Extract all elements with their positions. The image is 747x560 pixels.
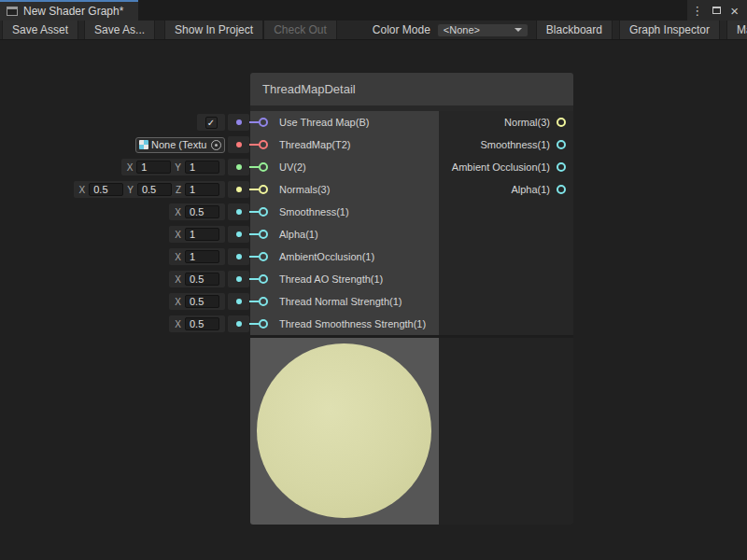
vector2-field-box: X 1 Y 1 [121,159,225,175]
input-port[interactable] [259,162,268,172]
number-field[interactable]: 1 [185,228,219,241]
port-dot-box [228,271,249,287]
number-field[interactable]: 0.5 [185,295,219,308]
window-controls: ⋮ × [687,0,747,21]
port-dot [236,321,242,327]
widget-group-threadmap: None (Textu [135,136,249,153]
number-field[interactable]: 1 [136,161,171,174]
preview-viewport[interactable] [250,338,439,525]
input-port[interactable] [259,319,268,329]
save-asset-button[interactable]: Save Asset [2,21,78,39]
node-title[interactable]: ThreadMapDetail [250,73,573,105]
vector1-field-box: X 0.5 [169,315,225,332]
number-field[interactable]: 1 [185,250,219,263]
port-dot [236,209,242,215]
number-field[interactable]: 0.5 [185,205,219,218]
checkbox-box: ✓ [197,114,225,131]
graph-canvas[interactable]: ThreadMapDetail Use Thread Map(B) Thread… [0,40,747,560]
port-dot [236,231,242,237]
number-field[interactable]: 0.5 [185,317,219,330]
input-port[interactable] [259,140,268,149]
axis-label: X [175,297,181,307]
port-dot [236,187,242,192]
input-port[interactable] [259,185,268,194]
widget-group-use-thread-map: ✓ [197,114,249,131]
number-field[interactable]: 1 [185,161,219,174]
input-label: Thread Normal Strength(1) [279,296,402,307]
save-as-button[interactable]: Save As... [84,21,155,39]
input-port[interactable] [259,274,268,284]
axis-label: X [79,185,86,195]
input-port[interactable] [259,118,268,127]
input-port[interactable] [259,207,268,217]
input-port[interactable] [259,297,268,306]
number-field[interactable]: 1 [185,183,219,196]
output-port[interactable] [557,140,566,149]
input-label: Alpha(1) [279,229,318,240]
output-port[interactable] [557,118,566,127]
use-thread-map-checkbox[interactable]: ✓ [205,117,218,129]
input-label: Use Thread Map(B) [279,117,369,128]
shader-graph-icon [7,7,18,16]
color-mode-label: Color Mode [373,23,430,36]
more-menu-icon[interactable]: ⋮ [691,5,703,17]
vector1-field-box: X 0.5 [169,271,225,287]
widget-group-thread-ao-strength: X 0.5 [169,271,249,287]
output-row-normal: Normal(3) [439,111,573,133]
port-dot [236,142,242,147]
blackboard-button[interactable]: Blackboard [536,21,613,39]
port-dot [236,254,242,259]
port-dot-box [228,159,249,175]
port-dot [236,299,242,304]
widget-group-normals: X 0.5 Y 0.5 Z 1 [74,181,249,198]
port-dot-box [228,248,249,265]
number-field[interactable]: 0.5 [89,183,123,196]
output-label: Smoothness(1) [480,139,550,150]
node-body: Use Thread Map(B) ThreadMap(T2) UV(2) No… [250,111,573,335]
tab-title: New Shader Graph* [23,5,123,18]
widget-group-thread-normal-strength: X 0.5 [169,293,249,310]
input-port[interactable] [259,230,268,239]
tab-bar: New Shader Graph* ⋮ × [0,0,747,21]
port-dot [236,276,242,282]
widget-group-alpha: X 1 [169,226,249,243]
main-preview-button[interactable]: Main Preview [726,21,747,39]
output-port[interactable] [557,162,566,172]
port-dot [236,119,242,125]
axis-label: X [175,230,181,240]
node-threadmapdetail[interactable]: ThreadMapDetail Use Thread Map(B) Thread… [250,73,573,525]
color-mode-value: <None> [444,24,480,35]
preview-sphere [257,343,431,518]
axis-label: X [127,162,134,173]
input-row-ambientocclusion: AmbientOcclusion(1) [250,245,439,268]
close-icon[interactable]: × [730,4,739,18]
texture-object-field[interactable]: None (Textu [135,137,225,153]
maximize-icon[interactable] [712,7,721,14]
node-input-column: Use Thread Map(B) ThreadMap(T2) UV(2) No… [250,111,439,335]
number-field[interactable]: 0.5 [185,273,219,286]
widget-group-smoothness: X 0.5 [169,203,249,220]
number-field[interactable]: 0.5 [137,183,172,196]
port-dot [236,164,242,170]
tab-new-shader-graph[interactable]: New Shader Graph* [0,0,138,21]
output-label: Ambient Occlusion(1) [452,161,550,173]
axis-label: X [175,319,181,329]
vector1-field-box: X 0.5 [169,293,225,310]
output-port[interactable] [557,185,566,194]
axis-label: X [175,207,181,217]
input-label: Thread AO Strength(1) [279,273,383,285]
input-row-use-thread-map: Use Thread Map(B) [250,111,439,133]
object-picker-icon[interactable] [211,140,221,150]
show-in-project-button[interactable]: Show In Project [164,21,263,39]
chevron-down-icon [514,28,522,32]
graph-inspector-button[interactable]: Graph Inspector [619,21,720,39]
input-port[interactable] [259,252,268,261]
input-label: AmbientOcclusion(1) [279,251,374,262]
port-dot-box [228,114,249,131]
color-mode-panel: Color Mode <None> [365,21,536,39]
input-label: UV(2) [279,161,306,173]
input-label: Normals(3) [279,184,330,195]
color-mode-dropdown[interactable]: <None> [437,23,529,37]
preview-right-panel [439,338,573,525]
axis-label: Y [175,162,181,173]
